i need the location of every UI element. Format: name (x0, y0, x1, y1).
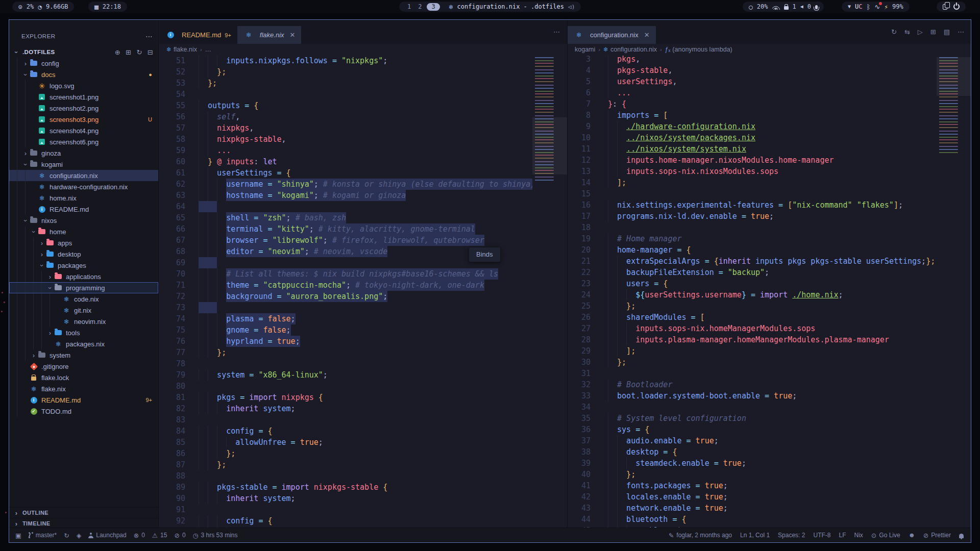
minimap-right[interactable] (937, 55, 971, 529)
code-line[interactable]: 21extraSpecialArgs = {inherit inputs pkg… (568, 256, 937, 267)
code-line[interactable]: 41fonts.packages = true; (568, 480, 937, 491)
tree-item-readme-md[interactable]: iREADME.md9+ (9, 394, 158, 406)
code-line[interactable]: 7}: { (568, 98, 937, 110)
status-filtered-problems[interactable]: ⊘0 (174, 532, 185, 539)
tree-item-screenshot1-png[interactable]: screenshot1.png (9, 91, 158, 103)
code-line[interactable]: 19# Home manager (568, 233, 937, 244)
tree-item-screenshot4-png[interactable]: screenshot4.png (9, 125, 158, 136)
tree-item-logo-svg[interactable]: ✳logo.svg (9, 80, 158, 91)
tray-devices-pill[interactable]: ▼ UC ᛒ ∿ ⚡ 99% (842, 2, 910, 12)
more-actions-icon[interactable]: ⋯ (553, 29, 560, 35)
code-line[interactable]: 22backupFileExtension = "backup"; (568, 267, 937, 278)
new-folder-icon[interactable]: ⊞ (126, 48, 131, 56)
code-editor-configuration[interactable]: 3pkgs,4pkgs-stable,5userSettings,6...7}:… (568, 55, 937, 529)
tree-item-flake-nix[interactable]: ❄flake.nix (9, 383, 158, 394)
status-extension-shield[interactable]: ◈ (77, 532, 82, 539)
code-line[interactable]: 26sharedModules = [ (568, 312, 937, 323)
status-language-mode[interactable]: Nix (854, 532, 863, 539)
tree-item-configuration-nix[interactable]: ❄configuration.nix (9, 170, 158, 181)
code-line[interactable]: 28inputs.plasma-manager.homeManagerModul… (568, 334, 937, 345)
code-line[interactable]: 6... (568, 87, 937, 98)
workspace-3[interactable]: 3 (427, 3, 439, 11)
tab-configuration-nix[interactable]: ❄configuration.nix✕ (568, 26, 656, 44)
close-icon[interactable]: ✕ (644, 31, 650, 39)
tray-status-pill[interactable]: ○ 20% 1 ◀ 0 (743, 2, 824, 12)
code-line[interactable]: 79system = "x86_64-linux"; (159, 369, 532, 381)
tree-item-applications[interactable]: ›applications (9, 271, 158, 282)
code-line[interactable]: 83 (159, 414, 532, 425)
tree-item-config[interactable]: ›config (9, 58, 158, 69)
code-line[interactable]: 37audio.enable = true; (568, 435, 937, 446)
tree-item-todo-md[interactable]: ✓TODO.md (9, 406, 158, 417)
status-encoding[interactable]: UTF-8 (813, 532, 830, 539)
status-go-live[interactable]: ⊙Go Live (871, 532, 900, 539)
code-line[interactable]: 29]; (568, 345, 937, 357)
status-sync[interactable]: ↻ (64, 532, 69, 539)
tree-item-code-nix[interactable]: ❄code.nix (9, 293, 158, 305)
code-line[interactable]: 56self, (159, 111, 532, 122)
system-monitor-pill[interactable]: ⊙ 2% ◔ 9.66GB (12, 2, 74, 12)
tree-item-screenshot3-png[interactable]: screenshot3.pngU (9, 114, 158, 125)
code-line[interactable]: 89pkgs-stable = import nixpkgs-stable { (159, 482, 532, 493)
code-line[interactable]: 18 (568, 222, 937, 233)
code-line[interactable]: 16nix.settings.experimental-features = [… (568, 199, 937, 211)
status-eol[interactable]: LF (839, 532, 846, 539)
status-errors[interactable]: ⊗0 (134, 532, 145, 539)
code-line[interactable]: 38desktop = { (568, 446, 937, 458)
tree-item-home[interactable]: ›home (9, 226, 158, 237)
code-line[interactable]: 14]; (568, 177, 937, 188)
code-editor-flake[interactable]: 51inputs.nixpkgs.follows = "nixpkgs";52}… (159, 55, 532, 529)
tab-readme-md[interactable]: iREADME.md9+ (159, 26, 237, 44)
run-icon[interactable]: ▷ (918, 29, 923, 35)
tray-actions-pill[interactable] (937, 2, 966, 12)
status-wakatime[interactable]: ◷3 hrs 53 mins (193, 532, 238, 539)
explorer-root-row[interactable]: › .DOTFILES ⊕⊞↻⊟ (9, 46, 158, 58)
outline-section[interactable]: › OUTLINE (9, 507, 158, 518)
workspace-1[interactable]: 1 (405, 3, 413, 10)
code-line[interactable]: 59... (159, 145, 532, 156)
code-line[interactable]: 87}; (159, 459, 532, 470)
breadcrumb-item[interactable]: configuration.nix (610, 46, 657, 53)
code-line[interactable]: 52}; (159, 66, 532, 78)
tree-item-ginoza[interactable]: ›ginoza (9, 147, 158, 159)
code-line[interactable]: 66terminal = "kitty"; # kitty, alacritty… (159, 223, 532, 235)
status-remote-indicator[interactable]: ▣ (15, 532, 21, 539)
code-line[interactable]: 20home-manager = { (568, 244, 937, 256)
code-line[interactable]: 9./hardware-configuration.nix (568, 121, 937, 132)
status-git-blame[interactable]: ✎foglar, 2 months ago (669, 532, 732, 539)
status-warnings[interactable]: ⚠15 (152, 532, 167, 539)
code-line[interactable]: 23users = { (568, 278, 937, 289)
code-line[interactable]: 63hostname = "kogami"; # kogami or ginoz… (159, 190, 532, 201)
tree-item-packages-nix[interactable]: ❄packages.nix (9, 338, 158, 349)
minimap-left[interactable] (532, 55, 567, 529)
close-icon[interactable]: ✕ (290, 31, 296, 39)
breadcrumb-right[interactable]: kogami›❄configuration.nix›ƒₓ(anonymous l… (568, 44, 971, 55)
code-line[interactable]: 85allowUnfree = true; (159, 437, 532, 448)
code-line[interactable]: 54 (159, 89, 532, 100)
tree-item-system[interactable]: ›system (9, 349, 158, 361)
code-line[interactable]: 17programs.nix-ld.dev.enable = true; (568, 211, 937, 222)
code-line[interactable]: 42locales.enable = true; (568, 491, 937, 503)
breadcrumb-item[interactable]: kogami (575, 46, 595, 53)
code-line[interactable]: 58nixpkgs-stable, (159, 134, 532, 145)
code-line[interactable]: 8imports = [ (568, 110, 937, 121)
workspace-2[interactable]: 2 (416, 3, 424, 10)
breadcrumb-left[interactable]: ❄flake.nix›… (159, 44, 567, 55)
code-line[interactable]: 39steamdeck.enable = true; (568, 458, 937, 469)
tree-item-tools[interactable]: ›tools (9, 327, 158, 338)
code-line[interactable]: 73 (159, 302, 532, 313)
code-line[interactable]: 90inherit system; (159, 493, 532, 504)
code-line[interactable]: 88 (159, 470, 532, 482)
code-line[interactable]: 80 (159, 381, 532, 392)
code-line[interactable]: 51inputs.nixpkgs.follows = "nixpkgs"; (159, 55, 532, 66)
code-line[interactable]: 40}; (568, 469, 937, 480)
code-line[interactable]: 27inputs.sops-nix.homeManagerModules.sop… (568, 323, 937, 334)
sync-icon[interactable]: ↻ (891, 29, 897, 35)
code-line[interactable]: 81pkgs = import nixpkgs { (159, 392, 532, 403)
workspace-switcher[interactable]: 123 (405, 3, 440, 11)
code-line[interactable]: 82inherit system; (159, 403, 532, 414)
code-line[interactable]: 57nixpkgs, (159, 122, 532, 134)
split-editor-icon[interactable]: ⊞ (930, 29, 936, 35)
tree-item-apps[interactable]: ›apps (9, 237, 158, 248)
tree-item-packages[interactable]: ›packages (9, 260, 158, 271)
